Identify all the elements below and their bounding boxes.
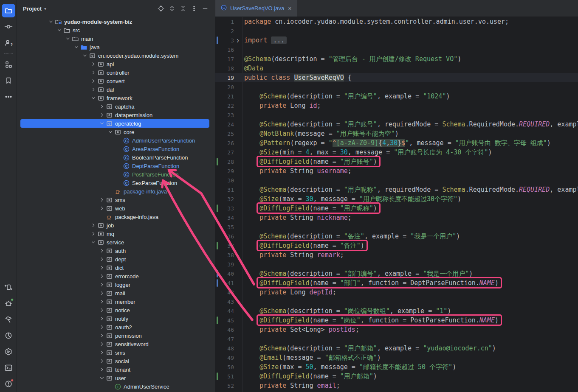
tree-item-sexparsefunction[interactable]: CSexParseFunction <box>17 179 215 187</box>
line-number[interactable]: 33 <box>215 205 234 212</box>
tree-item-sms[interactable]: sms <box>17 196 215 204</box>
tree-item-package-info-java[interactable]: package-info.java <box>17 187 215 196</box>
tree-item-job[interactable]: job <box>17 221 215 230</box>
chevron-right-icon[interactable] <box>99 316 105 322</box>
tree-item-notify[interactable]: notify <box>17 314 215 323</box>
gutter[interactable]: 51 <box>215 372 244 381</box>
line-number[interactable]: 27 <box>215 149 234 156</box>
line-number[interactable]: 43 <box>215 299 234 305</box>
tree-item-oauth2[interactable]: oauth2 <box>17 323 215 331</box>
line-number[interactable]: 37 <box>215 243 234 249</box>
line-number[interactable]: 2 <box>215 28 234 34</box>
debug-icon[interactable] <box>2 297 15 310</box>
chevron-right-icon[interactable] <box>99 104 105 109</box>
chevron-right-icon[interactable] <box>99 273 105 279</box>
gutter[interactable]: 43 <box>215 297 244 306</box>
chevron-right-icon[interactable] <box>90 87 97 92</box>
line-number[interactable]: 30 <box>215 177 234 184</box>
gutter[interactable]: 32 <box>215 194 244 204</box>
line-number[interactable]: 50 <box>215 364 234 370</box>
chevron-down-icon[interactable] <box>90 239 97 245</box>
line-number[interactable]: 36 <box>215 233 234 240</box>
line-number[interactable]: 40 <box>215 271 234 277</box>
tree-item-datapermission[interactable]: datapermission <box>17 111 215 119</box>
tree-item-postparsefunction[interactable]: CPostParseFunction <box>17 170 215 179</box>
line-number[interactable]: 34 <box>215 215 234 221</box>
tree-item-sms[interactable]: sms <box>17 348 215 357</box>
gutter[interactable]: 36 <box>215 232 244 241</box>
tree-item-errorcode[interactable]: errorcode <box>17 272 215 280</box>
gutter[interactable]: 42 <box>215 288 244 297</box>
line-number[interactable]: 21 <box>215 93 234 100</box>
gutter[interactable]: 52 <box>215 381 244 390</box>
tree-item-notice[interactable]: notice <box>17 306 215 314</box>
chevron-right-icon[interactable] <box>99 248 105 254</box>
line-number[interactable]: 3 <box>215 37 234 44</box>
tree-item-sensitiveword[interactable]: sensitiveword <box>17 340 215 348</box>
gutter[interactable]: 23 <box>215 110 244 120</box>
tree-item-booleanparsefunction[interactable]: CBooleanParseFunction <box>17 153 215 162</box>
line-number[interactable]: 49 <box>215 355 234 361</box>
tree-item-logger[interactable]: logger <box>17 280 215 289</box>
chevron-right-icon[interactable] <box>99 197 105 203</box>
gutter[interactable]: 2 <box>215 26 244 36</box>
tree-item-dal[interactable]: dal <box>17 85 215 94</box>
chevron-right-icon[interactable] <box>99 307 105 313</box>
gutter[interactable]: 35 <box>215 222 244 232</box>
profiler-icon[interactable] <box>2 329 15 342</box>
line-number[interactable]: 32 <box>215 196 234 202</box>
gutter[interactable]: 22 <box>215 101 244 110</box>
structure-icon[interactable] <box>2 58 15 71</box>
chevron-right-icon[interactable] <box>99 341 105 347</box>
line-number[interactable]: 20 <box>215 84 234 90</box>
gutter[interactable]: 24 <box>215 120 244 129</box>
tree-item-dept[interactable]: dept <box>17 255 215 263</box>
folded-imports-chip[interactable]: ... <box>271 36 287 44</box>
gutter[interactable]: 16 <box>215 45 244 54</box>
terminal-icon[interactable] <box>2 361 15 375</box>
gutter[interactable]: 27 <box>215 148 244 157</box>
gutter[interactable]: 3❯ <box>215 36 244 45</box>
line-number[interactable]: 38 <box>215 252 234 258</box>
collapse-icon[interactable] <box>178 3 189 14</box>
tab-usersavereqvo[interactable]: C UserSaveReqVO.java × <box>215 0 297 17</box>
gutter[interactable]: 41 <box>215 278 244 288</box>
chevron-down-icon[interactable] <box>99 375 105 381</box>
chevron-right-icon[interactable] <box>99 205 105 211</box>
commit-icon[interactable] <box>2 20 15 34</box>
tree-item-api[interactable]: api <box>17 60 215 68</box>
tree-item-web[interactable]: web <box>17 204 215 213</box>
line-number[interactable]: 52 <box>215 383 234 389</box>
chevron-right-icon[interactable] <box>99 112 105 118</box>
gutter[interactable]: 46 <box>215 325 244 334</box>
tree-item-captcha[interactable]: captcha <box>17 102 215 111</box>
gutter[interactable]: 33 <box>215 204 244 213</box>
tree-item-areaparsefunction[interactable]: CAreaParseFunction <box>17 145 215 153</box>
chevron-right-icon[interactable] <box>99 282 105 288</box>
tree-item-src[interactable]: src <box>17 26 215 34</box>
chevron-down-icon[interactable]: ▾ <box>44 6 46 11</box>
run-icon[interactable] <box>2 280 15 294</box>
gutter[interactable]: 21 <box>215 92 244 101</box>
line-number[interactable]: 47 <box>215 336 234 342</box>
kebab-icon[interactable] <box>189 3 200 14</box>
gutter[interactable]: 39 <box>215 260 244 269</box>
gutter[interactable]: 45 <box>215 316 244 325</box>
services-icon[interactable] <box>2 345 15 358</box>
tree-item-convert[interactable]: convert <box>17 77 215 85</box>
gutter[interactable]: 50 <box>215 362 244 372</box>
line-number[interactable]: 24 <box>215 121 234 128</box>
tree-item-user[interactable]: user <box>17 374 215 382</box>
tree-item-permission[interactable]: permission <box>17 331 215 340</box>
learn-icon[interactable]: ? <box>2 36 15 50</box>
gutter[interactable]: 25 <box>215 129 244 138</box>
line-number[interactable]: 25 <box>215 131 234 137</box>
gutter[interactable]: 48 <box>215 344 244 353</box>
tree-item-yudao-module-system-biz[interactable]: yudao-module-system-biz <box>17 17 215 26</box>
chevron-right-icon[interactable] <box>90 70 97 76</box>
chevron-right-icon[interactable] <box>99 358 105 364</box>
chevron-down-icon[interactable] <box>99 120 105 126</box>
tree-item-adminuserparsefunction[interactable]: CAdminUserParseFunction <box>17 136 215 145</box>
chevron-down-icon[interactable] <box>65 36 71 42</box>
gutter[interactable]: 29 <box>215 166 244 176</box>
